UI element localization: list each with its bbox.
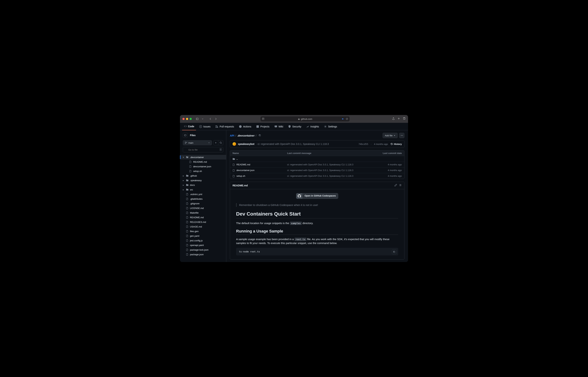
- commit-date: 4 months ago: [374, 143, 388, 145]
- commit-message: · ci: regenerated with OpenAPI Doc 3.0.1…: [256, 142, 329, 145]
- reload-icon[interactable]: [346, 118, 348, 120]
- add-file-button[interactable]: [213, 140, 218, 145]
- file-icon: [186, 230, 189, 233]
- table-row[interactable]: devcontainer.json ci: regenerated with O…: [230, 167, 404, 173]
- tab-wiki[interactable]: Wiki: [273, 123, 285, 130]
- collapse-sidebar-button[interactable]: [183, 133, 188, 138]
- avatar[interactable]: [233, 142, 236, 146]
- tree-file[interactable]: README.md: [180, 215, 226, 220]
- tab-issues[interactable]: Issues: [197, 123, 212, 130]
- tab-security[interactable]: Security: [286, 123, 303, 130]
- chevron-down-icon[interactable]: [200, 117, 205, 121]
- file-search-input[interactable]: [183, 147, 223, 152]
- commit-hash[interactable]: 74bcd55: [358, 143, 368, 145]
- search-files-button[interactable]: [218, 140, 223, 145]
- svg-rect-11: [257, 126, 259, 128]
- tree-file[interactable]: package.json: [180, 252, 226, 257]
- tree-file[interactable]: setup.sh: [180, 169, 226, 173]
- main-content: API / .devcontainer / Add file speakeasy…: [226, 130, 408, 262]
- tab-pull-requests[interactable]: Pull requests: [214, 123, 236, 130]
- file-tree: ▾ .devcontainer README.md devcontainer.j…: [180, 154, 226, 262]
- file-sidebar: Files main t: [180, 130, 226, 262]
- latest-commit-box: speakeasybot · ci: regenerated with Open…: [230, 140, 404, 148]
- tree-folder[interactable]: ▸.speakeasy: [180, 178, 226, 183]
- tree-file[interactable]: .eslintrc.yml: [180, 192, 226, 197]
- address-bar-input[interactable]: github.com: [260, 117, 350, 121]
- minimize-window-button[interactable]: [186, 118, 188, 120]
- tree-file[interactable]: LICENSE.md: [180, 206, 226, 210]
- tree-file[interactable]: files.gen: [180, 229, 226, 234]
- tree-file[interactable]: Makefile: [180, 210, 226, 215]
- reader-icon[interactable]: [262, 118, 264, 120]
- tab-settings[interactable]: Settings: [322, 123, 339, 130]
- file-icon: [186, 221, 189, 223]
- outline-button[interactable]: [399, 184, 402, 187]
- file-icon: [186, 244, 189, 246]
- svg-rect-22: [259, 135, 260, 136]
- table-row[interactable]: setup.sh ci: regenerated with OpenAPI Do…: [230, 173, 404, 179]
- edit-file-button[interactable]: [394, 184, 397, 187]
- file-icon: [186, 212, 189, 214]
- tabs-icon[interactable]: [403, 117, 405, 121]
- folder-icon: [186, 184, 189, 186]
- table-row[interactable]: README.md ci: regenerated with OpenAPI D…: [230, 162, 404, 167]
- tab-insights[interactable]: Insights: [305, 123, 321, 130]
- tree-folder[interactable]: ▸docs: [180, 183, 226, 187]
- tree-file[interactable]: gen.yaml: [180, 234, 226, 238]
- readme-h2: Running a Usage Sample: [236, 229, 398, 235]
- tree-file[interactable]: RELEASES.md: [180, 220, 226, 224]
- sidebar-toggle-icon[interactable]: [195, 117, 200, 121]
- tree-folder[interactable]: ▸src: [180, 187, 226, 192]
- copy-code-button[interactable]: [392, 249, 396, 254]
- chevron-down-icon: [208, 142, 210, 144]
- branch-selector[interactable]: main: [183, 140, 212, 145]
- close-window-button[interactable]: [183, 118, 184, 120]
- chevron-right-icon: ▸: [183, 175, 185, 177]
- svg-point-17: [185, 142, 186, 142]
- readme-filename[interactable]: README.md: [233, 184, 248, 187]
- folder-icon: [186, 188, 189, 191]
- tab-code[interactable]: Code: [182, 123, 196, 130]
- new-tab-icon[interactable]: [397, 117, 400, 121]
- maximize-window-button[interactable]: [190, 118, 192, 120]
- tab-actions[interactable]: Actions: [237, 123, 253, 130]
- tree-file[interactable]: .gitattributes: [180, 197, 226, 201]
- audio-icon[interactable]: [342, 118, 344, 120]
- share-icon[interactable]: [392, 117, 395, 121]
- history-icon: [390, 143, 393, 145]
- tree-file[interactable]: jest.config.js: [180, 238, 226, 243]
- svg-point-18: [185, 143, 186, 144]
- tree-file[interactable]: USAGE.md: [180, 224, 226, 229]
- tab-projects[interactable]: Projects: [255, 123, 271, 130]
- parent-dir-row[interactable]: ..: [230, 156, 404, 162]
- commit-author[interactable]: speakeasybot: [238, 142, 255, 145]
- tree-folder[interactable]: ▸.github: [180, 173, 226, 178]
- tree-file[interactable]: package-lock.json: [180, 247, 226, 252]
- copy-path-button[interactable]: [258, 134, 261, 137]
- chevron-down-icon: [394, 135, 395, 136]
- folder-open-icon: [186, 156, 189, 158]
- github-icon: [296, 193, 302, 199]
- history-link[interactable]: History: [390, 143, 402, 145]
- folder-icon: [233, 158, 235, 160]
- add-file-dropdown[interactable]: Add file: [382, 133, 398, 138]
- tree-file[interactable]: README.md: [180, 159, 226, 164]
- more-options-button[interactable]: [399, 133, 404, 138]
- tree-file[interactable]: devcontainer.json: [180, 164, 226, 169]
- tree-file[interactable]: openapi.yaml: [180, 243, 226, 247]
- tree-file[interactable]: .gitignore: [180, 201, 226, 206]
- forward-button[interactable]: [213, 117, 218, 121]
- file-icon: [186, 202, 189, 205]
- file-icon: [189, 161, 192, 163]
- svg-rect-29: [394, 251, 395, 253]
- breadcrumb-root[interactable]: API: [230, 134, 234, 137]
- back-button[interactable]: [208, 117, 213, 121]
- open-codespaces-button[interactable]: Open in GitHub Codespaces: [296, 193, 338, 199]
- tree-folder-devcontainer[interactable]: ▾ .devcontainer: [180, 155, 226, 159]
- readme-paragraph: A sample usage example has been provided…: [236, 237, 398, 245]
- browser-window: github.com Code Issues Pull requests Act…: [180, 115, 408, 262]
- file-icon: [186, 216, 189, 219]
- svg-point-7: [216, 126, 217, 126]
- search-shortcut-hint: t: [220, 148, 222, 151]
- chevron-right-icon: ▸: [183, 179, 185, 182]
